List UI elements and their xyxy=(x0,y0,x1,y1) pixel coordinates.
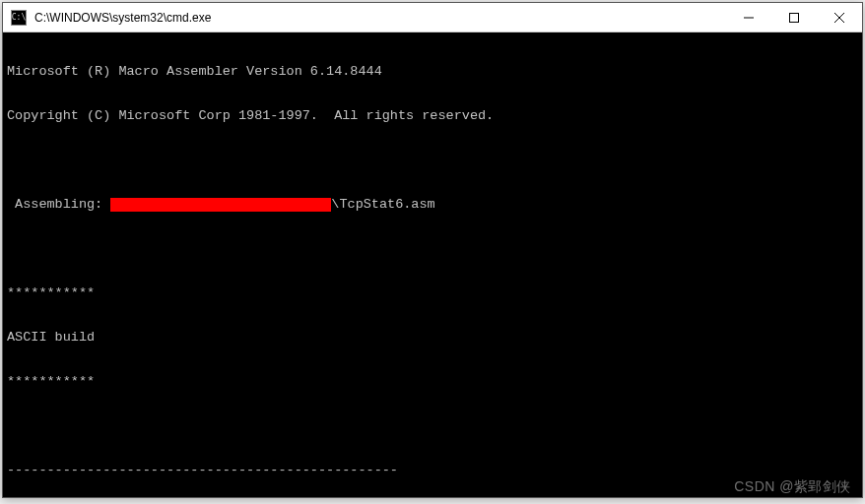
svg-rect-1 xyxy=(790,13,799,22)
assembling-suffix: \TcpStat6.asm xyxy=(331,197,434,212)
watermark-text: CSDN @紫郢剑侠 xyxy=(734,478,851,496)
output-line: Microsoft (R) Macro Assembler Version 6.… xyxy=(7,64,862,79)
terminal-output[interactable]: Microsoft (R) Macro Assembler Version 6.… xyxy=(3,32,862,497)
minimize-button[interactable] xyxy=(726,3,771,32)
cmd-icon: C:\ xyxy=(11,10,27,26)
maximize-button[interactable] xyxy=(771,3,817,32)
assembling-prefix: Assembling: xyxy=(7,197,110,212)
minimize-icon xyxy=(744,13,754,23)
output-line xyxy=(7,241,862,256)
redacted-path xyxy=(110,198,331,212)
cmd-window: C:\ C:\WINDOWS\system32\cmd.exe Microsof… xyxy=(2,2,863,498)
cmd-icon-label: C:\ xyxy=(12,14,26,22)
titlebar[interactable]: C:\ C:\WINDOWS\system32\cmd.exe xyxy=(3,3,862,32)
output-line: ----------------------------------------… xyxy=(7,463,862,477)
close-icon xyxy=(834,13,844,23)
window-controls xyxy=(726,3,862,32)
output-line xyxy=(7,418,862,433)
output-line: Copyright (C) Microsoft Corp 1981-1997. … xyxy=(7,108,862,123)
window-title: C:\WINDOWS\system32\cmd.exe xyxy=(33,11,726,25)
output-line xyxy=(7,153,862,167)
assembling-line: Assembling: \TcpStat6.asm xyxy=(7,197,862,212)
maximize-icon xyxy=(789,13,799,23)
output-line: *********** xyxy=(7,374,862,389)
output-line: *********** xyxy=(7,285,862,300)
close-button[interactable] xyxy=(817,3,862,32)
output-line: ASCII build xyxy=(7,330,862,345)
